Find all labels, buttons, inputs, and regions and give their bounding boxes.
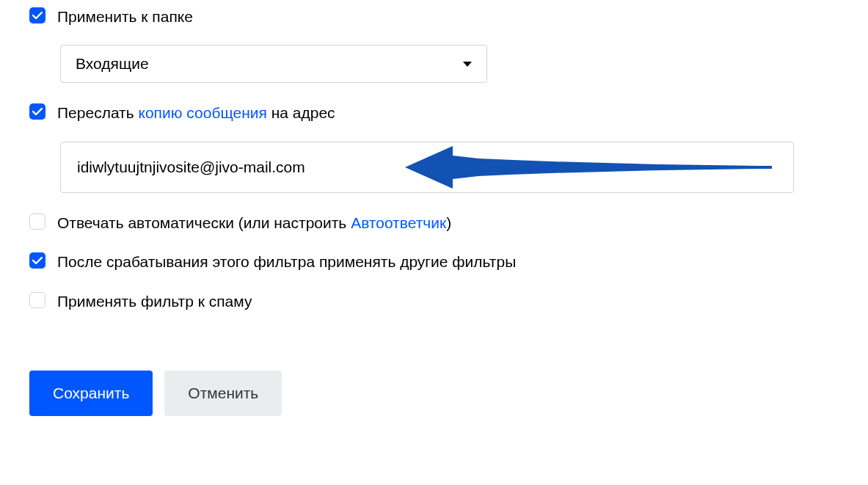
auto-reply-row: Отвечать автоматически (или настроить Ав…	[29, 212, 839, 233]
forward-copy-label: Переслать копию сообщения на адрес	[57, 102, 335, 123]
apply-to-folder-row: Применить к папке	[29, 6, 839, 27]
folder-select[interactable]: Входящие	[60, 45, 487, 83]
save-button[interactable]: Сохранить	[29, 371, 153, 416]
forward-email-wrap	[60, 142, 839, 193]
continue-filters-checkbox[interactable]	[29, 252, 45, 269]
chevron-down-icon	[463, 62, 472, 67]
apply-to-folder-checkbox[interactable]	[29, 7, 45, 23]
autoresponder-link[interactable]: Автоответчик	[351, 214, 446, 231]
cancel-button[interactable]: Отменить	[164, 371, 282, 416]
apply-to-spam-label: Применять фильтр к спаму	[57, 291, 252, 312]
apply-to-spam-row: Применять фильтр к спаму	[29, 291, 839, 312]
check-icon	[32, 257, 43, 265]
check-icon	[32, 108, 43, 116]
folder-select-wrap: Входящие	[60, 45, 839, 83]
auto-reply-label: Отвечать автоматически (или настроить Ав…	[57, 212, 451, 233]
continue-filters-label: После срабатывания этого фильтра применя…	[57, 251, 516, 272]
apply-to-spam-checkbox[interactable]	[29, 292, 45, 308]
copy-message-link[interactable]: копию сообщения	[139, 104, 267, 121]
forward-email-input[interactable]	[60, 142, 794, 193]
forward-copy-checkbox[interactable]	[29, 103, 45, 120]
check-icon	[32, 12, 43, 20]
folder-select-value: Входящие	[76, 55, 149, 73]
auto-reply-checkbox[interactable]	[29, 214, 45, 230]
forward-copy-row: Переслать копию сообщения на адрес	[29, 102, 839, 123]
apply-to-folder-label: Применить к папке	[57, 6, 193, 27]
action-buttons: Сохранить Отменить	[29, 371, 839, 416]
continue-filters-row: После срабатывания этого фильтра применя…	[29, 251, 839, 272]
